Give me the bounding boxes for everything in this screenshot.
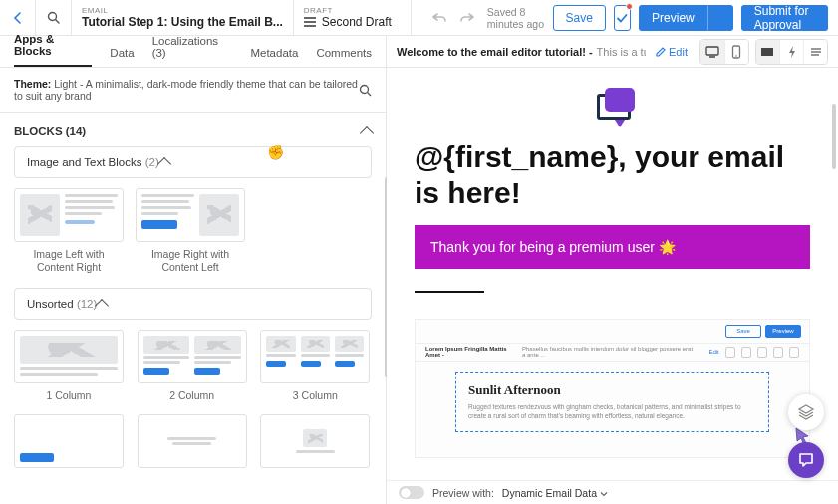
nested-subject-bold: Lorem Ipsum Fringilla Mattis Amet - [425, 346, 516, 358]
tab-localizations[interactable]: Localizations (3) [152, 35, 233, 67]
draft-label: DRAFT [304, 6, 401, 15]
nested-subject-muted: Phasellus faucibus mollis interdum dolor… [522, 346, 697, 358]
subject-preview: Welcome to the email editor tutorial! - … [397, 46, 646, 58]
theme-row: Theme: Light - A minimalist, dark-mode f… [0, 68, 386, 113]
top-bar: EMAIL Tutorial Step 1: Using the Email B… [0, 0, 838, 36]
list-icon [304, 17, 316, 27]
edit-subject-link[interactable]: Edit [656, 46, 688, 58]
submit-approval-button[interactable]: Submit for Approval [741, 5, 828, 31]
svg-rect-4 [706, 47, 718, 55]
layers-fab[interactable] [788, 394, 824, 430]
preview-dropdown-button[interactable] [707, 5, 733, 31]
preview-button[interactable]: Preview [639, 5, 707, 31]
view-visual-button[interactable] [756, 40, 780, 64]
block-2-column-label: 2 Column [138, 389, 247, 402]
block-3-column-label: 3 Column [260, 389, 370, 402]
block-image-right[interactable]: Image Right with Content Left [136, 188, 245, 274]
nested-title: Sunlit Afternoon [468, 382, 756, 398]
chevron-up-icon [360, 126, 374, 140]
tab-comments[interactable]: Comments [316, 47, 372, 67]
block-2-column[interactable]: 2 Column [138, 330, 247, 402]
left-tabs: Apps & Blocks Data Localizations (3) Met… [0, 36, 386, 68]
document-title-block[interactable]: EMAIL Tutorial Step 1: Using the Email B… [72, 0, 294, 35]
subject-preview-bold: Welcome to the email editor tutorial! - [397, 46, 593, 58]
svg-point-2 [361, 85, 369, 93]
chevron-up-icon [95, 299, 109, 313]
validate-button[interactable] [614, 5, 631, 31]
undo-button[interactable] [427, 6, 451, 30]
subject-preview-muted: This is a tutorial, and ... [597, 46, 646, 58]
nested-editor-preview: Save Preview Lorem Ipsum Fringilla Matti… [415, 319, 810, 458]
nested-preview-button[interactable]: Preview [765, 325, 801, 338]
nested-tool-icon[interactable] [757, 347, 767, 358]
email-logo [415, 88, 810, 126]
preview-toolbar: Welcome to the email editor tutorial! - … [387, 36, 838, 68]
preview-pane: Welcome to the email editor tutorial! - … [387, 36, 838, 504]
redo-button[interactable] [455, 6, 479, 30]
unsorted-group-label: Unsorted [27, 298, 74, 310]
preview-with-value[interactable]: Dynamic Email Data [502, 487, 608, 499]
search-button[interactable] [36, 0, 72, 35]
block-image-left-label: Image Left with Content Right [14, 248, 124, 274]
left-panel: Apps & Blocks Data Localizations (3) Met… [0, 36, 387, 504]
block-image-left[interactable]: Image Left with Content Right [14, 188, 124, 274]
nested-save-button[interactable]: Save [725, 325, 761, 338]
block-1-column[interactable]: 1 Column [14, 330, 124, 402]
svg-line-1 [56, 20, 60, 24]
svg-line-3 [368, 92, 372, 96]
unsorted-group-header[interactable]: Unsorted (12) [14, 288, 372, 320]
theme-name: Light [54, 78, 77, 90]
image-text-group-label: Image and Text Blocks [27, 156, 142, 168]
view-mode-segment [755, 39, 828, 65]
nested-copy: Rugged textures rendezvous with gingham … [468, 402, 756, 422]
svg-point-7 [735, 55, 737, 57]
blocks-section-label: BLOCKS (14) [14, 126, 86, 137]
block-image-right-label: Image Right with Content Left [136, 248, 245, 274]
view-outline-button[interactable] [803, 40, 827, 64]
back-button[interactable] [0, 0, 36, 35]
preview-with-toggle[interactable] [399, 486, 424, 499]
nested-selected-block[interactable]: Sunlit Afternoon Rugged textures rendezv… [455, 372, 769, 433]
block-extra-1[interactable] [14, 414, 124, 468]
nested-tool-icon[interactable] [725, 347, 735, 358]
email-headline: @{first_name}, your email is here! [415, 139, 810, 211]
unsorted-group-count: (12) [77, 298, 97, 310]
tab-metadata[interactable]: Metadata [250, 47, 298, 67]
block-1-column-label: 1 Column [14, 389, 124, 402]
block-3-column[interactable]: 3 Column [260, 330, 370, 402]
preview-with-value-text: Dynamic Email Data [502, 487, 597, 499]
nested-tool-icon[interactable] [773, 347, 783, 358]
premium-banner: Thank you for being a premium user 🌟 [415, 225, 810, 269]
draft-selector[interactable]: DRAFT Second Draft [294, 0, 412, 35]
nested-edit-link[interactable]: Edit [708, 349, 718, 355]
draft-value: Second Draft [322, 15, 392, 29]
view-amp-button[interactable] [779, 40, 803, 64]
image-text-group-header[interactable]: Image and Text Blocks (2) [14, 146, 372, 178]
preview-with-label: Preview with: [432, 487, 494, 499]
device-mobile-button[interactable] [724, 40, 748, 64]
nested-tool-icon[interactable] [789, 347, 799, 358]
blocks-section-header[interactable]: BLOCKS (14) [14, 113, 372, 146]
edit-label: Edit [669, 46, 688, 58]
image-text-group-count: (2) [145, 156, 159, 168]
block-extra-2[interactable] [138, 414, 247, 468]
preview-canvas[interactable]: @{first_name}, your email is here! Thank… [387, 68, 838, 504]
device-segment [699, 39, 749, 65]
block-extra-3[interactable] [260, 414, 370, 468]
help-chat-fab[interactable] [788, 442, 824, 478]
theme-prefix: Theme: [14, 78, 51, 90]
preview-with-bar: Preview with: Dynamic Email Data [387, 480, 838, 504]
scrollbar[interactable] [832, 104, 836, 169]
tab-data[interactable]: Data [110, 47, 134, 67]
svg-rect-8 [761, 48, 773, 56]
device-desktop-button[interactable] [700, 40, 724, 64]
theme-search-icon[interactable] [359, 84, 372, 97]
doc-type-label: EMAIL [82, 6, 283, 15]
divider [415, 291, 484, 293]
nested-tool-icon[interactable] [741, 347, 751, 358]
saved-status: Saved 8 minutes ago [487, 6, 545, 30]
save-button[interactable]: Save [553, 5, 606, 31]
tab-apps-blocks[interactable]: Apps & Blocks [14, 33, 92, 67]
doc-title: Tutorial Step 1: Using the Email B... [82, 15, 283, 29]
alert-dot-icon [626, 3, 633, 10]
